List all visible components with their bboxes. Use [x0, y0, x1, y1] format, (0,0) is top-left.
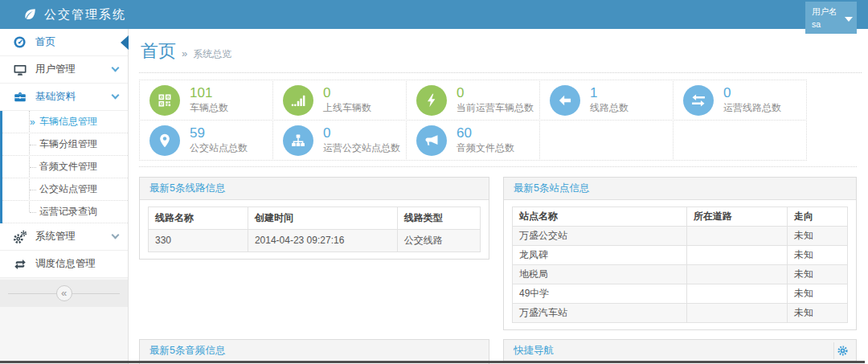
user-name: sa [812, 18, 844, 31]
station-direction-cell: 未知 [787, 304, 847, 323]
stat-card-empty [673, 120, 807, 161]
table-row: 龙凤碑未知 [513, 246, 848, 265]
stat-value: 0 [323, 85, 371, 101]
column-header: 创建时间 [248, 207, 397, 230]
panel-title: 最新5条站点信息 [504, 178, 856, 200]
stat-value: 1 [590, 85, 628, 101]
station-road-cell [686, 284, 787, 304]
user-menu[interactable]: 用户名 sa [805, 2, 857, 34]
station-name-cell: 万盛汽车站 [513, 304, 687, 323]
column-header: 走向 [787, 207, 847, 227]
latest-routes-panel: 最新5条线路信息 线路名称 创建时间 线路类型 330 2014-04-23 0… [139, 177, 489, 260]
window-bottom-edge [0, 361, 865, 363]
monitor-icon [12, 63, 27, 77]
breadcrumb-separator: » [182, 47, 187, 59]
megaphone-icon [416, 125, 447, 156]
table-row: 330 2014-04-23 09:27:16 公交线路 [149, 230, 481, 252]
topbar: 公交管理系统 用户名 sa [0, 0, 868, 29]
gears-icon [12, 230, 27, 244]
double-arrows-icon [683, 85, 714, 116]
sidebar-item-label: 用户管理 [35, 63, 76, 76]
station-name-cell: 万盛公交站 [513, 227, 687, 246]
column-header: 线路名称 [149, 207, 248, 230]
table-row: 万盛汽车站未知 [513, 304, 848, 323]
column-header: 站点名称 [513, 207, 687, 227]
tree-tick-icon [30, 212, 36, 213]
stat-card-total-audio: 60音频文件总数 [406, 120, 540, 161]
station-direction-cell: 未知 [787, 265, 847, 284]
routes-table: 线路名称 创建时间 线路类型 330 2014-04-23 09:27:16 公… [148, 207, 481, 252]
column-header: 所在道路 [686, 207, 787, 227]
latest-stations-panel: 最新5条站点信息 站点名称 所在道路 走向 万盛公交站未知 龙凤碑未知 地税局未… [503, 177, 857, 330]
tree-tick-icon [30, 145, 36, 145]
sidebar: 首页 用户管理 基础资料 车辆信息管理 [0, 29, 129, 364]
stat-label: 线路总数 [590, 101, 628, 115]
sidebar-item-dispatch-info[interactable]: 调度信息管理 [0, 251, 128, 278]
stat-label: 音频文件总数 [457, 141, 514, 155]
active-arrow-icon [121, 35, 129, 50]
signal-bars-icon [283, 85, 313, 116]
route-name-cell: 330 [149, 230, 248, 252]
breadcrumb-home-link[interactable]: 首页 [141, 39, 176, 63]
route-created-cell: 2014-04-23 09:27:16 [248, 230, 397, 252]
arrow-left-icon [550, 85, 580, 116]
sidebar-item-label: 系统管理 [35, 230, 76, 243]
stat-value: 59 [190, 125, 248, 141]
sidebar-item-system-management[interactable]: 系统管理 [0, 223, 128, 251]
sidebar-subitem-label: 运营记录查询 [39, 205, 97, 219]
loop-arrows-icon [12, 257, 27, 272]
lightning-icon [416, 85, 447, 116]
stat-card-operating-stations: 0运营公交站点总数 [272, 120, 407, 161]
stat-value: 0 [723, 85, 781, 101]
chevron-down-icon [112, 231, 120, 239]
user-label: 用户名 [812, 5, 844, 18]
main-content: 首页 » 系统总览 101车辆总数 0上线车辆数 0当前运营车 [129, 29, 868, 364]
station-road-cell [686, 246, 787, 265]
sitemap-icon [283, 125, 313, 156]
quick-nav-panel: 快捷导航 [503, 339, 857, 363]
sidebar-subitem-bus-stations[interactable]: 公交站点管理 [2, 178, 128, 201]
stat-label: 当前运营车辆总数 [457, 101, 534, 115]
caret-down-icon [845, 17, 853, 22]
sidebar-subitem-audio-files[interactable]: 音频文件管理 [2, 156, 128, 178]
station-direction-cell: 未知 [787, 246, 847, 265]
stat-label: 公交站点总数 [190, 141, 248, 155]
sidebar-subitem-vehicle-info[interactable]: 车辆信息管理 [2, 111, 128, 133]
app-title: 公交管理系统 [44, 7, 126, 22]
panel-title: 最新5条音频信息 [140, 340, 489, 362]
gear-icon[interactable] [833, 342, 851, 359]
panels-row-1: 最新5条线路信息 线路名称 创建时间 线路类型 330 2014-04-23 0… [139, 177, 857, 330]
table-row: 万盛公交站未知 [513, 227, 848, 246]
sidebar-subitem-label: 车辆信息管理 [39, 115, 97, 129]
stat-card-empty [539, 120, 674, 161]
sidebar-collapse-button[interactable] [56, 285, 72, 301]
sidebar-item-basic-data[interactable]: 基础资料 [0, 84, 128, 111]
column-header: 线路类型 [397, 207, 480, 230]
section-divider [139, 166, 857, 167]
tree-tick-icon [30, 167, 36, 168]
app-window: 公交管理系统 用户名 sa 首页 用户管理 [0, 0, 868, 364]
sidebar-subitem-label: 音频文件管理 [39, 160, 97, 174]
sidebar-subitem-operation-records[interactable]: 运营记录查询 [2, 201, 128, 223]
stats-grid: 101车辆总数 0上线车辆数 0当前运营车辆总数 1线路总数 [139, 80, 808, 160]
station-name-cell: 地税局 [513, 265, 687, 284]
station-direction-cell: 未知 [787, 227, 847, 246]
leaf-logo-icon [23, 7, 37, 22]
qr-code-icon [149, 85, 180, 116]
map-pin-icon [149, 125, 180, 156]
stations-table: 站点名称 所在道路 走向 万盛公交站未知 龙凤碑未知 地税局未知 49中学未知 … [512, 207, 848, 323]
chevron-down-icon [112, 92, 120, 100]
stat-label: 上线车辆数 [323, 101, 371, 115]
breadcrumb-section: 系统总览 [193, 47, 231, 61]
table-row: 49中学未知 [513, 284, 848, 304]
sidebar-subitem-vehicle-group[interactable]: 车辆分组管理 [2, 133, 128, 156]
sidebar-item-label: 首页 [35, 35, 55, 49]
tree-tick-icon [30, 190, 36, 190]
stat-card-operating-vehicles: 0当前运营车辆总数 [406, 80, 540, 121]
chevron-down-icon [112, 64, 120, 72]
sidebar-item-user-management[interactable]: 用户管理 [0, 56, 128, 84]
panel-title: 快捷导航 [504, 340, 856, 362]
stat-value: 0 [457, 85, 534, 101]
sidebar-item-home[interactable]: 首页 [0, 29, 128, 56]
stat-card-operating-routes: 0运营线路总数 [673, 80, 807, 121]
